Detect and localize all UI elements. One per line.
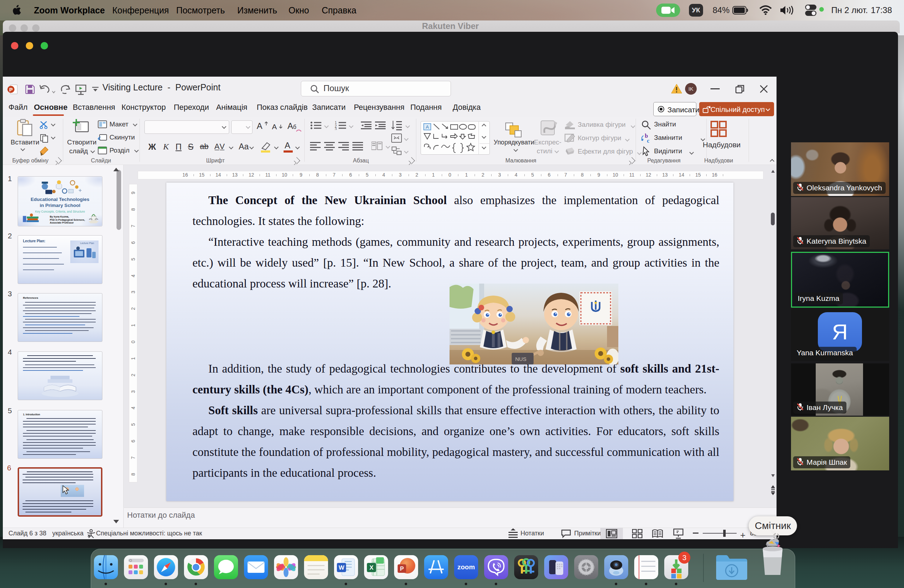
svg-text:W: W: [339, 564, 345, 571]
svg-text:3: 3: [335, 127, 337, 130]
svg-text:X: X: [369, 564, 374, 571]
svg-text:P: P: [9, 87, 13, 93]
svg-text:A: A: [426, 124, 429, 130]
svg-text:P: P: [400, 566, 404, 572]
svg-text:c: c: [647, 138, 650, 143]
